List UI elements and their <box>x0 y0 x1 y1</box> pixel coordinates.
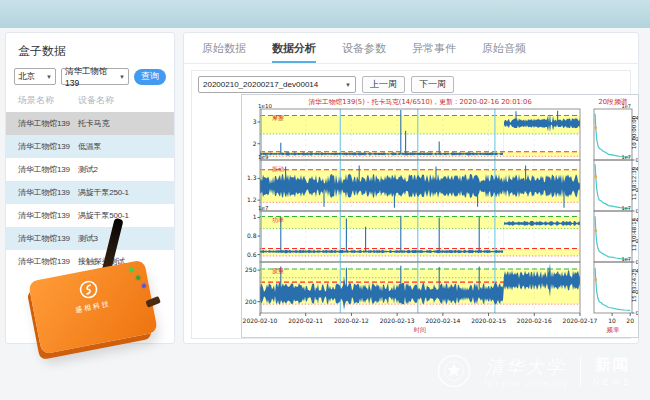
sidebar-title: 盒子数据 <box>6 33 174 68</box>
week-file-select-value: 20200210_20200217_dev00014 <box>203 80 318 89</box>
device-name: 托卡马克 <box>78 118 109 129</box>
led-blue-icon <box>142 284 147 289</box>
svg-text:2020-02-11: 2020-02-11 <box>288 317 323 324</box>
svg-text:1.3: 1.3 <box>247 174 257 181</box>
page: 盒子数据 北京 ▼ 清华工物馆139 ▼ 查询 场景名称 设备名称 清华工物馆1… <box>0 0 650 400</box>
scene-name: 清华工物馆139 <box>18 187 78 198</box>
watermark: 清华大学 Tsinghua University 新闻 NEWS <box>437 354 632 388</box>
region-select-value: 北京 <box>18 71 35 83</box>
svg-text:0.8: 0.8 <box>247 232 257 239</box>
svg-text:11 18:12:39: 11 18:12:39 <box>631 166 637 200</box>
region-select[interactable]: 北京 ▼ <box>14 68 56 85</box>
svg-text:0: 0 <box>636 208 639 214</box>
news-label-en: NEWS <box>593 377 632 387</box>
site-select[interactable]: 清华工物馆139 ▼ <box>61 68 129 85</box>
university-name-en: Tsinghua University <box>483 380 568 387</box>
scene-name: 清华工物馆139 <box>18 233 78 244</box>
scene-name: 清华工物馆139 <box>18 210 78 221</box>
svg-text:2020-02-16: 2020-02-16 <box>517 317 552 324</box>
svg-text:2020-02-10: 2020-02-10 <box>243 317 278 324</box>
device-port <box>145 296 161 308</box>
tab-device-params[interactable]: 设备参数 <box>342 33 386 63</box>
news-wordmark: 新闻 NEWS <box>593 355 632 387</box>
svg-text:功率: 功率 <box>272 216 284 223</box>
scene-column-header: 场景名称 <box>18 94 78 107</box>
svg-text:2020-02-12: 2020-02-12 <box>334 317 369 324</box>
svg-text:1e7: 1e7 <box>622 154 631 160</box>
svg-text:1e10: 1e10 <box>258 103 272 109</box>
main-panel: 原始数据数据分析设备参数异常事件原始音频 20200210_20200217_d… <box>183 32 639 344</box>
svg-text:1: 1 <box>253 213 257 220</box>
sensor-device-photo: 盛相科技 <box>28 244 170 354</box>
university-wordmark: 清华大学 Tsinghua University <box>483 355 568 387</box>
top-banner <box>0 0 650 28</box>
led-green-icon <box>129 268 134 273</box>
prev-week-button[interactable]: 上一周 <box>362 76 405 93</box>
led-green2-icon <box>136 275 141 280</box>
svg-text:2020-02-13: 2020-02-13 <box>380 317 415 324</box>
tab-raw-audio[interactable]: 原始音频 <box>482 33 526 63</box>
chevron-down-icon: ▼ <box>345 82 351 88</box>
analysis-chart: 清华工物馆139(5) - 托卡马克(14/6510)，更新：2020-02-1… <box>241 94 639 338</box>
svg-text:2020-02-15: 2020-02-15 <box>471 317 506 324</box>
svg-text:20: 20 <box>626 317 634 324</box>
next-week-button[interactable]: 下一周 <box>411 76 454 93</box>
svg-text:200: 200 <box>245 298 257 305</box>
scene-name: 清华工物馆139 <box>18 141 78 152</box>
svg-text:摩擦: 摩擦 <box>272 114 284 122</box>
svg-text:250: 250 <box>245 266 257 273</box>
svg-text:10: 10 <box>608 317 616 324</box>
device-list-item[interactable]: 清华工物馆139低温泵 <box>6 135 174 158</box>
svg-text:清华工物馆139(5) - 托卡马克(14/6510)，更新: 清华工物馆139(5) - 托卡马克(14/6510)，更新：2020-02-1… <box>308 98 531 106</box>
sidebar-controls: 北京 ▼ 清华工物馆139 ▼ 查询 <box>6 68 174 85</box>
svg-text:15 03:24:23: 15 03:24:23 <box>631 268 637 302</box>
svg-text:2020-02-14: 2020-02-14 <box>425 317 460 324</box>
device-list-item[interactable]: 清华工物馆139涡旋干泵250-1 <box>6 181 174 204</box>
tab-data-analysis[interactable]: 数据分析 <box>272 33 316 63</box>
device-name: 测试2 <box>78 164 98 175</box>
svg-text:0: 0 <box>636 310 639 316</box>
chart-toolbar: 20200210_20200217_dev00014 ▼ 上一周 下一周 <box>192 71 630 93</box>
svg-text:3: 3 <box>253 118 257 125</box>
device-list-item[interactable]: 清华工物馆139托卡马克 <box>6 112 174 135</box>
tab-bar: 原始数据数据分析设备参数异常事件原始音频 <box>184 33 638 64</box>
svg-text:13 10:48:14: 13 10:48:14 <box>631 217 637 251</box>
device-name: 涡旋干泵250-1 <box>78 187 129 198</box>
chart-svg: 清华工物馆139(5) - 托卡马克(14/6510)，更新：2020-02-1… <box>242 95 638 337</box>
device-list-item[interactable]: 清华工物馆139测试2 <box>6 158 174 181</box>
news-label-cn: 新闻 <box>593 355 632 376</box>
svg-text:0: 0 <box>636 259 639 265</box>
svg-text:1e7: 1e7 <box>258 205 269 211</box>
chevron-down-icon: ▼ <box>46 74 52 80</box>
svg-text:1.2: 1.2 <box>247 196 257 203</box>
svg-text:质量: 质量 <box>272 267 284 274</box>
svg-text:1e9: 1e9 <box>258 154 269 160</box>
svg-text:1e7: 1e7 <box>622 103 631 109</box>
svg-text:0: 0 <box>636 157 639 163</box>
query-button[interactable]: 查询 <box>134 69 166 85</box>
svg-text:10 00:00:00: 10 00:00:00 <box>631 115 637 149</box>
tab-abnormal-events[interactable]: 异常事件 <box>412 33 456 63</box>
svg-text:时间: 时间 <box>414 326 426 334</box>
university-name-cn: 清华大学 <box>483 355 568 379</box>
scene-name: 清华工物馆139 <box>18 118 78 129</box>
week-file-select[interactable]: 20200210_20200217_dev00014 ▼ <box>198 76 356 93</box>
svg-text:1e7: 1e7 <box>622 256 631 262</box>
analysis-panel: 20200210_20200217_dev00014 ▼ 上一周 下一周 清华工… <box>191 70 631 339</box>
svg-text:振动: 振动 <box>272 165 284 172</box>
device-name: 低温泵 <box>78 141 101 152</box>
device-list-header: 场景名称 设备名称 <box>6 85 174 112</box>
svg-text:2: 2 <box>253 140 257 147</box>
device-name: 测试3 <box>78 233 98 244</box>
svg-text:2020-02-17: 2020-02-17 <box>563 317 598 324</box>
tsinghua-seal-icon <box>437 354 471 388</box>
tab-raw-data[interactable]: 原始数据 <box>202 33 246 63</box>
device-list-item[interactable]: 清华工物馆139涡旋干泵500-1 <box>6 204 174 227</box>
site-select-value: 清华工物馆139 <box>65 66 117 88</box>
device-body: 盛相科技 <box>28 259 158 354</box>
svg-text:1e7: 1e7 <box>622 205 631 211</box>
chevron-down-icon: ▼ <box>119 74 125 80</box>
svg-text:0.6: 0.6 <box>247 251 257 258</box>
scene-name: 清华工物馆139 <box>18 164 78 175</box>
device-column-header: 设备名称 <box>78 94 114 107</box>
